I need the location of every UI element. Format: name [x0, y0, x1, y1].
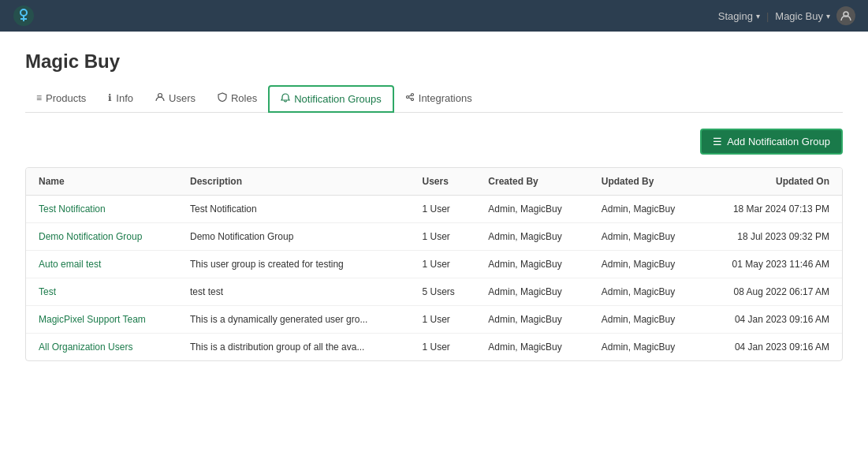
- col-header-updated-on: Updated On: [702, 168, 842, 196]
- org-label: Magic Buy: [775, 10, 823, 22]
- row-created-by: Admin, MagicBuy: [475, 223, 588, 251]
- row-created-by: Admin, MagicBuy: [475, 334, 588, 361]
- table-row: Test NotificationTest Notification1 User…: [26, 196, 842, 223]
- user-avatar[interactable]: [836, 6, 855, 25]
- row-users: 5 Users: [409, 278, 475, 306]
- row-name[interactable]: Auto email test: [26, 251, 177, 278]
- row-description: This user group is created for testing: [177, 251, 409, 278]
- row-updated-by: Admin, MagicBuy: [589, 278, 702, 306]
- table-row: Testtest test5 UsersAdmin, MagicBuyAdmin…: [26, 278, 842, 306]
- tab-info[interactable]: ℹ Info: [97, 85, 144, 112]
- products-icon: ≡: [36, 92, 42, 103]
- row-name[interactable]: MagicPixel Support Team: [26, 306, 177, 334]
- svg-line-10: [408, 97, 411, 98]
- tab-products[interactable]: ≡ Products: [25, 85, 97, 112]
- table-row: All Organization UsersThis is a distribu…: [26, 334, 842, 361]
- svg-point-6: [406, 95, 408, 98]
- tab-roles-label: Roles: [231, 92, 257, 104]
- row-updated-on: 08 Aug 2022 06:17 AM: [702, 278, 842, 306]
- row-description: test test: [177, 278, 409, 306]
- row-name[interactable]: Test Notification: [26, 196, 177, 223]
- table-row: MagicPixel Support TeamThis is a dynamic…: [26, 306, 842, 334]
- row-users: 1 User: [409, 334, 475, 361]
- users-icon: [155, 92, 165, 104]
- tab-integrations-label: Integrations: [419, 92, 472, 104]
- row-updated-by: Admin, MagicBuy: [589, 196, 702, 223]
- tab-roles[interactable]: Roles: [207, 85, 268, 112]
- tab-users-label: Users: [169, 92, 196, 104]
- row-users: 1 User: [409, 251, 475, 278]
- col-header-description: Description: [177, 168, 409, 196]
- col-header-updated-by: Updated By: [589, 168, 702, 196]
- org-chevron-icon: ▾: [826, 12, 830, 21]
- add-notification-group-button[interactable]: ☰ Add Notification Group: [700, 129, 843, 155]
- staging-dropdown[interactable]: Staging ▾: [718, 10, 760, 22]
- table-row: Auto email testThis user group is create…: [26, 251, 842, 278]
- row-updated-on: 01 May 2023 11:46 AM: [702, 251, 842, 278]
- col-header-name: Name: [26, 168, 177, 196]
- tab-products-label: Products: [46, 92, 86, 104]
- tab-bar: ≡ Products ℹ Info Users Roles: [25, 85, 843, 113]
- org-dropdown[interactable]: Magic Buy ▾: [775, 10, 830, 22]
- row-name[interactable]: Demo Notification Group: [26, 223, 177, 251]
- svg-point-8: [411, 98, 413, 100]
- row-created-by: Admin, MagicBuy: [475, 196, 588, 223]
- integrations-icon: [405, 92, 415, 104]
- row-name[interactable]: All Organization Users: [26, 334, 177, 361]
- row-created-by: Admin, MagicBuy: [475, 278, 588, 306]
- app-logo-icon: [13, 5, 35, 27]
- tab-users[interactable]: Users: [144, 85, 207, 112]
- row-updated-by: Admin, MagicBuy: [589, 223, 702, 251]
- roles-icon: [218, 92, 227, 104]
- row-updated-by: Admin, MagicBuy: [589, 306, 702, 334]
- navbar-separator: |: [766, 10, 769, 22]
- page-title: Magic Buy: [25, 50, 843, 73]
- row-users: 1 User: [409, 223, 475, 251]
- tab-info-label: Info: [116, 92, 133, 104]
- row-updated-on: 04 Jan 2023 09:16 AM: [702, 334, 842, 361]
- row-users: 1 User: [409, 196, 475, 223]
- row-description: This is a dynamically generated user gro…: [177, 306, 409, 334]
- add-icon: ☰: [713, 136, 722, 147]
- row-updated-on: 04 Jan 2023 09:16 AM: [702, 306, 842, 334]
- col-header-created-by: Created By: [475, 168, 588, 196]
- row-created-by: Admin, MagicBuy: [475, 251, 588, 278]
- tab-notification-groups-label: Notification Groups: [294, 93, 382, 105]
- navbar-right: Staging ▾ | Magic Buy ▾: [718, 6, 855, 25]
- table-row: Demo Notification GroupDemo Notification…: [26, 223, 842, 251]
- notification-icon: [281, 93, 290, 105]
- toolbar: ☰ Add Notification Group: [25, 129, 843, 155]
- staging-chevron-icon: ▾: [756, 12, 760, 21]
- row-updated-on: 18 Mar 2024 07:13 PM: [702, 196, 842, 223]
- row-description: Demo Notification Group: [177, 223, 409, 251]
- table-header-row: Name Description Users Created By Update…: [26, 168, 842, 196]
- svg-line-9: [408, 95, 411, 95]
- tab-integrations[interactable]: Integrations: [394, 85, 483, 112]
- row-created-by: Admin, MagicBuy: [475, 306, 588, 334]
- row-name[interactable]: Test: [26, 278, 177, 306]
- row-updated-by: Admin, MagicBuy: [589, 334, 702, 361]
- staging-label: Staging: [718, 10, 753, 22]
- row-users: 1 User: [409, 306, 475, 334]
- row-description: Test Notification: [177, 196, 409, 223]
- navbar-left: [13, 5, 35, 27]
- tab-notification-groups[interactable]: Notification Groups: [268, 85, 394, 113]
- row-updated-on: 18 Jul 2023 09:32 PM: [702, 223, 842, 251]
- main-content: Magic Buy ≡ Products ℹ Info Users: [0, 32, 868, 474]
- row-description: This is a distribution group of all the …: [177, 334, 409, 361]
- info-icon: ℹ: [108, 92, 112, 103]
- add-button-label: Add Notification Group: [727, 136, 830, 147]
- notification-groups-table: Name Description Users Created By Update…: [25, 167, 843, 361]
- col-header-users: Users: [409, 168, 475, 196]
- svg-point-7: [411, 93, 413, 95]
- row-updated-by: Admin, MagicBuy: [589, 251, 702, 278]
- navbar: Staging ▾ | Magic Buy ▾: [0, 0, 868, 32]
